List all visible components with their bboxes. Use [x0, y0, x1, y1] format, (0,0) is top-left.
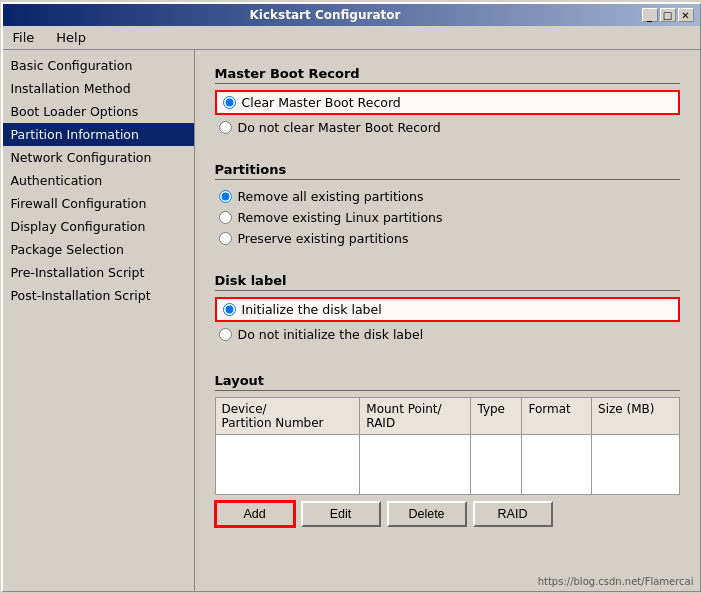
sidebar-item-basic-configuration[interactable]: Basic Configuration: [3, 54, 194, 77]
partitions-title: Partitions: [215, 162, 680, 180]
maximize-button[interactable]: □: [660, 8, 676, 22]
disk-label-section: Disk label Initialize the disk label Do …: [207, 267, 688, 351]
mbr-noclear-row: Do not clear Master Boot Record: [215, 117, 680, 138]
main-window: Kickstart Configurator _ □ ✕ File Help B…: [1, 2, 701, 592]
sidebar-item-partition-information[interactable]: Partition Information: [3, 123, 194, 146]
disk-label-init-label: Initialize the disk label: [242, 302, 382, 317]
mbr-clear-label: Clear Master Boot Record: [242, 95, 401, 110]
col-type: Type: [471, 398, 522, 435]
main-panel: Master Boot Record Clear Master Boot Rec…: [195, 50, 700, 591]
sidebar-item-boot-loader[interactable]: Boot Loader Options: [3, 100, 194, 123]
disk-label-noinit-radio[interactable]: [219, 328, 232, 341]
table-row-empty: [215, 435, 679, 495]
cell-mount: [360, 435, 471, 495]
partitions-preserve-label: Preserve existing partitions: [238, 231, 409, 246]
master-boot-record-title: Master Boot Record: [215, 66, 680, 84]
disk-label-init-radio[interactable]: [223, 303, 236, 316]
menu-file[interactable]: File: [7, 28, 41, 47]
mbr-clear-radio[interactable]: [223, 96, 236, 109]
partitions-remove-linux-label: Remove existing Linux partitions: [238, 210, 443, 225]
menu-help[interactable]: Help: [50, 28, 92, 47]
col-format: Format: [522, 398, 592, 435]
partitions-section: Partitions Remove all existing partition…: [207, 156, 688, 255]
partitions-remove-linux-radio[interactable]: [219, 211, 232, 224]
cell-size: [592, 435, 679, 495]
sidebar-item-display-configuration[interactable]: Display Configuration: [3, 215, 194, 238]
sidebar-item-installation-method[interactable]: Installation Method: [3, 77, 194, 100]
layout-section: Layout Device/Partition Number Mount Poi…: [207, 367, 688, 533]
layout-title: Layout: [215, 373, 680, 391]
cell-type: [471, 435, 522, 495]
partitions-remove-all-radio[interactable]: [219, 190, 232, 203]
content-area: Basic Configuration Installation Method …: [3, 50, 700, 591]
disk-label-noinit-label: Do not initialize the disk label: [238, 327, 424, 342]
main-wrapper: Master Boot Record Clear Master Boot Rec…: [195, 50, 700, 591]
sidebar: Basic Configuration Installation Method …: [3, 50, 195, 591]
mbr-clear-row: Clear Master Boot Record: [215, 90, 680, 115]
partitions-preserve-radio[interactable]: [219, 232, 232, 245]
delete-button[interactable]: Delete: [387, 501, 467, 527]
cell-format: [522, 435, 592, 495]
sidebar-item-post-installation[interactable]: Post-Installation Script: [3, 284, 194, 307]
raid-button[interactable]: RAID: [473, 501, 553, 527]
sidebar-item-package-selection[interactable]: Package Selection: [3, 238, 194, 261]
mbr-noclear-radio[interactable]: [219, 121, 232, 134]
edit-button[interactable]: Edit: [301, 501, 381, 527]
titlebar-buttons: _ □ ✕: [642, 8, 694, 22]
sidebar-item-firewall-configuration[interactable]: Firewall Configuration: [3, 192, 194, 215]
add-button[interactable]: Add: [215, 501, 295, 527]
mbr-noclear-label: Do not clear Master Boot Record: [238, 120, 441, 135]
master-boot-record-section: Master Boot Record Clear Master Boot Rec…: [207, 60, 688, 144]
partitions-preserve-row: Preserve existing partitions: [215, 228, 680, 249]
sidebar-item-pre-installation[interactable]: Pre-Installation Script: [3, 261, 194, 284]
close-button[interactable]: ✕: [678, 8, 694, 22]
titlebar: Kickstart Configurator _ □ ✕: [3, 4, 700, 26]
window-title: Kickstart Configurator: [9, 8, 642, 22]
layout-table: Device/Partition Number Mount Point/RAID…: [215, 397, 680, 495]
col-size: Size (MB): [592, 398, 679, 435]
disk-label-noinit-row: Do not initialize the disk label: [215, 324, 680, 345]
menubar: File Help: [3, 26, 700, 50]
minimize-button[interactable]: _: [642, 8, 658, 22]
sidebar-item-authentication[interactable]: Authentication: [3, 169, 194, 192]
disk-label-init-row: Initialize the disk label: [215, 297, 680, 322]
cell-device: [215, 435, 360, 495]
col-mount-point: Mount Point/RAID: [360, 398, 471, 435]
col-device: Device/Partition Number: [215, 398, 360, 435]
partitions-remove-all-label: Remove all existing partitions: [238, 189, 424, 204]
layout-button-row: Add Edit Delete RAID: [215, 495, 680, 527]
partitions-remove-all-row: Remove all existing partitions: [215, 186, 680, 207]
partitions-remove-linux-row: Remove existing Linux partitions: [215, 207, 680, 228]
disk-label-title: Disk label: [215, 273, 680, 291]
sidebar-item-network-configuration[interactable]: Network Configuration: [3, 146, 194, 169]
